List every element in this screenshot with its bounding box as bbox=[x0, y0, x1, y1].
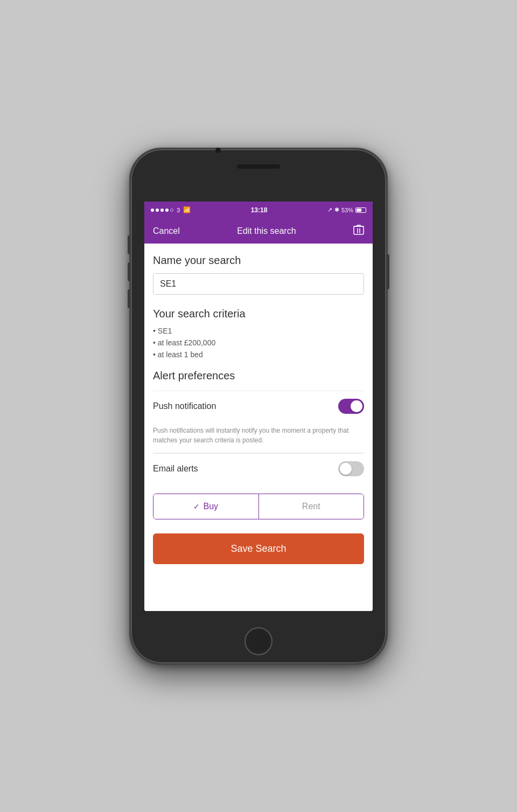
buy-option-label: Buy bbox=[203, 502, 218, 511]
battery-fill bbox=[357, 209, 361, 212]
push-notification-label: Push notification bbox=[153, 401, 216, 411]
save-search-button[interactable]: Save Search bbox=[153, 533, 364, 564]
email-alerts-row: Email alerts bbox=[153, 453, 364, 484]
phone-screen: 3 📶 13:18 ↗ ✱ 53% Cancel Edit this searc… bbox=[144, 202, 373, 611]
screen-content: 3 📶 13:18 ↗ ✱ 53% Cancel Edit this searc… bbox=[144, 202, 373, 611]
buy-rent-segmented-control: ✓ Buy Rent bbox=[153, 494, 364, 519]
nav-title: Edit this search bbox=[237, 226, 296, 236]
cancel-button[interactable]: Cancel bbox=[153, 226, 180, 236]
rent-option-button[interactable]: Rent bbox=[259, 494, 364, 519]
rent-option-label: Rent bbox=[302, 502, 320, 511]
name-section-label: Name your search bbox=[153, 254, 364, 267]
criteria-item-2: at least 1 bed bbox=[153, 350, 364, 359]
main-content: Name your search Your search criteria SE… bbox=[144, 244, 373, 611]
phone-camera bbox=[215, 148, 221, 153]
delete-search-button[interactable] bbox=[353, 224, 364, 238]
toggle-track-push bbox=[338, 399, 364, 414]
status-bar: 3 📶 13:18 ↗ ✱ 53% bbox=[144, 202, 373, 219]
alert-section: Alert preferences Push notification Push… bbox=[153, 370, 364, 570]
signal-dot-4 bbox=[165, 209, 169, 212]
signal-number: 3 bbox=[177, 207, 180, 213]
toggle-thumb-email bbox=[340, 463, 352, 475]
status-signal: 3 📶 bbox=[151, 206, 191, 213]
home-button[interactable] bbox=[244, 627, 273, 655]
signal-dot-2 bbox=[156, 209, 159, 212]
svg-rect-0 bbox=[354, 226, 364, 234]
buy-option-button[interactable]: ✓ Buy bbox=[153, 494, 258, 519]
alert-section-label: Alert preferences bbox=[153, 370, 364, 382]
push-notification-row: Push notification bbox=[153, 391, 364, 421]
status-right: ↗ ✱ 53% bbox=[327, 206, 366, 213]
toggle-thumb-push bbox=[351, 400, 362, 412]
battery-percent: 53% bbox=[341, 207, 353, 213]
criteria-section: Your search criteria SE1 at least £200,0… bbox=[153, 308, 364, 359]
signal-dot-3 bbox=[160, 209, 164, 212]
search-name-input[interactable] bbox=[153, 273, 364, 295]
location-icon: ↗ bbox=[327, 206, 332, 213]
toggle-track-email bbox=[338, 461, 364, 476]
criteria-item-1: at least £200,000 bbox=[153, 338, 364, 347]
signal-dot-5 bbox=[170, 209, 173, 212]
email-alerts-toggle[interactable] bbox=[338, 461, 364, 476]
push-notification-toggle[interactable] bbox=[338, 399, 364, 414]
nav-bar: Cancel Edit this search bbox=[144, 219, 373, 244]
battery-icon bbox=[355, 207, 366, 213]
push-notification-note: Push notifications will instantly notify… bbox=[153, 421, 364, 453]
wifi-icon: 📶 bbox=[183, 206, 191, 213]
email-alerts-label: Email alerts bbox=[153, 464, 198, 474]
criteria-section-label: Your search criteria bbox=[153, 308, 364, 320]
phone-speaker-area bbox=[129, 158, 388, 175]
status-time: 13:18 bbox=[251, 206, 268, 214]
buy-check-icon: ✓ bbox=[193, 502, 200, 511]
criteria-item-0: SE1 bbox=[153, 327, 364, 335]
bluetooth-icon: ✱ bbox=[334, 206, 339, 213]
phone-speaker bbox=[237, 164, 280, 169]
signal-dot-1 bbox=[151, 209, 154, 212]
